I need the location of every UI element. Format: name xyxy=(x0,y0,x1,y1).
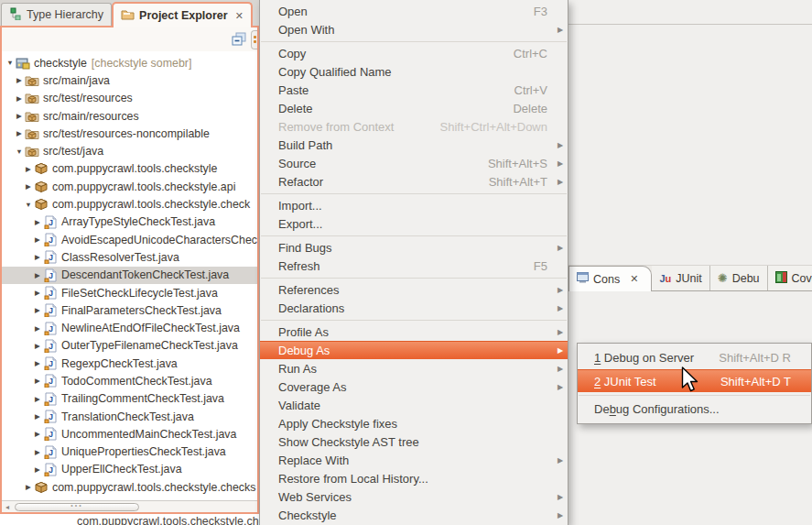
collapsed-arrow-icon[interactable]: ▶ xyxy=(32,289,43,297)
expanded-arrow-icon[interactable]: ▼ xyxy=(14,148,25,156)
tree-row[interactable]: ▶src/main/resources xyxy=(2,107,257,125)
menu-item-label: Restore from Local History... xyxy=(278,472,428,486)
menu-item-checkstyle[interactable]: Checkstyle▶ xyxy=(260,506,568,524)
collapse-all-button[interactable] xyxy=(230,31,248,49)
menu-item-import[interactable]: Import... xyxy=(260,196,568,214)
tree-row[interactable]: ▶JRegexpCheckTest.java xyxy=(2,355,257,372)
menu-item-copy-qualified-name[interactable]: Copy Qualified Name xyxy=(260,62,568,81)
view-menu-button[interactable] xyxy=(251,30,257,49)
collapsed-arrow-icon[interactable]: ▶ xyxy=(32,306,43,314)
horizontal-scrollbar[interactable]: ◂ ••• xyxy=(2,500,257,512)
menu-item-profile-as[interactable]: Profile As▶ xyxy=(260,323,568,341)
menu-item-apply-checkstyle-fixes[interactable]: Apply Checkstyle fixes xyxy=(260,414,568,432)
collapsed-arrow-icon[interactable]: ▶ xyxy=(23,165,34,173)
tree-row[interactable]: ▶JTranslationCheckTest.java xyxy=(2,408,257,425)
menu-item-replace-with[interactable]: Replace With▶ xyxy=(260,451,568,469)
collapsed-arrow-icon[interactable]: ▶ xyxy=(32,395,43,403)
tree-row[interactable]: ▶JUniquePropertiesCheckTest.java xyxy=(2,443,257,461)
bottom-tab-cons[interactable]: Cons✕ xyxy=(568,266,652,291)
menu-item-open[interactable]: OpenF3 xyxy=(260,2,568,20)
scrollbar-thumb[interactable]: ••• xyxy=(15,503,139,511)
close-icon[interactable]: ✕ xyxy=(630,273,638,285)
collapsed-arrow-icon[interactable]: ▶ xyxy=(14,129,25,137)
tree-row[interactable]: ▶com.puppycrawl.tools.checkstyle xyxy=(2,160,257,178)
submenu-arrow-icon: ▶ xyxy=(556,286,565,294)
collapsed-arrow-icon[interactable]: ▶ xyxy=(23,182,34,191)
view-tab-type-hierarchy[interactable]: Type Hierarchy xyxy=(1,3,112,26)
collapsed-arrow-icon[interactable]: ▶ xyxy=(32,377,43,385)
close-icon[interactable]: ✕ xyxy=(235,10,244,22)
menu-item-references[interactable]: References▶ xyxy=(260,280,568,299)
collapsed-arrow-icon[interactable]: ▶ xyxy=(32,218,43,226)
view-tab-project-explorer[interactable]: Project Explorer✕ xyxy=(112,2,253,27)
menu-item-export[interactable]: Export... xyxy=(260,214,568,233)
menu-item-remove-from-context[interactable]: Remove from ContextShift+Ctrl+Alt+Down xyxy=(260,117,568,136)
menu-item-debug-configurations[interactable]: Debug Configurations... xyxy=(578,398,811,421)
menu-item-paste[interactable]: PasteCtrl+V xyxy=(260,81,568,99)
menu-item-source[interactable]: SourceShift+Alt+S▶ xyxy=(260,154,568,172)
tree-row[interactable]: ▼src/test/java xyxy=(2,142,257,159)
collapsed-arrow-icon[interactable]: ▶ xyxy=(14,94,25,103)
bottom-tab-debu[interactable]: ✺Debu xyxy=(710,266,768,290)
bottom-tab-cover[interactable]: Cover xyxy=(768,266,812,290)
tree-row[interactable]: ▶JAvoidEscapedUnicodeCharactersChec xyxy=(2,231,257,248)
menu-item-copy[interactable]: CopyCtrl+C xyxy=(260,44,568,62)
collapsed-arrow-icon[interactable]: ▶ xyxy=(32,271,43,279)
menu-item-find-bugs[interactable]: Find Bugs▶ xyxy=(260,238,568,257)
tree-row[interactable]: ▶JUpperEllCheckTest.java xyxy=(2,461,257,478)
expanded-arrow-icon[interactable]: ▼ xyxy=(5,59,16,67)
collapsed-arrow-icon[interactable]: ▶ xyxy=(14,112,25,120)
tree-row[interactable]: ▶src/test/resources-noncompilable xyxy=(2,125,257,142)
tree-row[interactable]: ▶JArrayTypeStyleCheckTest.java xyxy=(2,213,257,231)
collapsed-arrow-icon[interactable]: ▶ xyxy=(23,483,34,491)
collapsed-arrow-icon[interactable]: ▶ xyxy=(32,448,43,456)
tree-row[interactable]: ▶JOuterTypeFilenameCheckTest.java xyxy=(2,337,257,355)
collapsed-arrow-icon[interactable]: ▶ xyxy=(32,412,43,421)
menu-item-delete[interactable]: DeleteDelete xyxy=(260,99,568,117)
tree-row[interactable]: ▶com.puppycrawl.tools.checkstyle.api xyxy=(2,178,257,195)
tree-row[interactable]: ▼checkstyle[checkstyle somebr] xyxy=(2,54,257,71)
tree-row[interactable]: ▶JClassResolverTest.java xyxy=(2,248,257,266)
tree-row[interactable]: ▶JUncommentedMainCheckTest.java xyxy=(2,425,257,443)
collapsed-arrow-icon[interactable]: ▶ xyxy=(32,342,43,350)
menu-item-show-checkstyle-ast-tree[interactable]: Show Checkstyle AST tree xyxy=(260,432,568,451)
menu-item-run-as[interactable]: Run As▶ xyxy=(260,359,568,377)
tree-row[interactable]: ▶src/test/resources xyxy=(2,90,257,107)
collapsed-arrow-icon[interactable]: ▶ xyxy=(32,359,43,367)
menu-item-build-path[interactable]: Build Path▶ xyxy=(260,136,568,154)
menu-item-debug-as[interactable]: Debug As▶ xyxy=(260,341,568,359)
tree-row[interactable]: ▶JDescendantTokenCheckTest.java xyxy=(2,267,257,284)
source-folder-icon xyxy=(25,126,39,141)
menu-item-1-debug-on-server[interactable]: 1 Debug on ServerShift+Alt+D R xyxy=(578,346,811,369)
tree-row[interactable]: ▶JFinalParametersCheckTest.java xyxy=(2,301,257,319)
collapsed-arrow-icon[interactable]: ▶ xyxy=(14,76,25,84)
collapsed-arrow-icon[interactable]: ▶ xyxy=(32,235,43,244)
bottom-tab-junit[interactable]: JuJUnit xyxy=(652,266,709,290)
tree-row[interactable]: ▶JFileSetCheckLifecycleTest.java xyxy=(2,284,257,301)
menu-item-declarations[interactable]: Declarations▶ xyxy=(260,299,568,317)
menu-item-label: Open xyxy=(278,5,308,18)
tree-row[interactable]: ▶JNewlineAtEndOfFileCheckTest.java xyxy=(2,319,257,336)
collapsed-arrow-icon[interactable]: ▶ xyxy=(32,324,43,333)
tree-row[interactable]: ▶JTrailingCommentCheckTest.java xyxy=(2,390,257,408)
tree-row[interactable]: ▶src/main/java xyxy=(2,71,257,89)
scroll-left-arrow-icon[interactable]: ◂ xyxy=(2,503,13,511)
menu-item-restore-from-local-history[interactable]: Restore from Local History... xyxy=(260,469,568,487)
java-file-icon: J xyxy=(43,338,58,353)
menu-item-2-junit-test[interactable]: 2 JUnit TestShift+Alt+D T xyxy=(578,369,811,392)
menu-item-validate[interactable]: Validate xyxy=(260,396,568,414)
menu-item-open-with[interactable]: Open With▶ xyxy=(260,20,568,38)
collapsed-arrow-icon[interactable]: ▶ xyxy=(32,253,43,261)
menu-item-refactor[interactable]: RefactorShift+Alt+T▶ xyxy=(260,172,568,191)
menu-item-refresh[interactable]: RefreshF5 xyxy=(260,257,568,275)
expanded-arrow-icon[interactable]: ▼ xyxy=(23,201,34,209)
tree-row[interactable]: ▶com.puppycrawl.tools.checkstyle.checks xyxy=(2,478,257,496)
menu-item-coverage-as[interactable]: Coverage As▶ xyxy=(260,377,568,396)
project-explorer-toolbar xyxy=(2,27,257,51)
menu-item-web-services[interactable]: Web Services▶ xyxy=(260,487,568,506)
tree-row[interactable]: ▼com.puppycrawl.tools.checkstyle.check xyxy=(2,195,257,213)
submenu-arrow-icon: ▶ xyxy=(556,26,565,34)
collapsed-arrow-icon[interactable]: ▶ xyxy=(32,465,43,474)
collapsed-arrow-icon[interactable]: ▶ xyxy=(32,430,43,438)
tree-row[interactable]: ▶JTodoCommentCheckTest.java xyxy=(2,372,257,389)
